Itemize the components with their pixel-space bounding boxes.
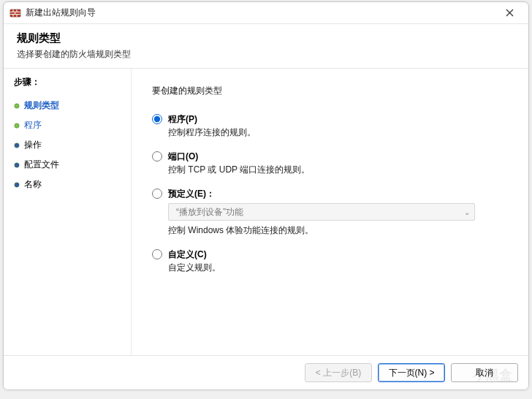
firewall-wizard-icon (10, 7, 21, 19)
page-subtitle: 选择要创建的防火墙规则类型 (17, 48, 515, 61)
rule-type-label-predefined: 预定义(E)：“播放到设备”功能⌄控制 Windows 体验功能连接的规则。 (168, 188, 475, 237)
back-button: < 上一步(B) (305, 363, 372, 382)
sidebar-step-操作: 操作 (14, 135, 131, 155)
background-window-fragment: SunloginDesktopAgent (40, 391, 144, 399)
predefined-select: “播放到设备”功能⌄ (168, 203, 475, 221)
rule-type-radio-port[interactable] (152, 151, 162, 162)
sidebar-step-label: 操作 (24, 139, 42, 151)
rule-type-label-custom: 自定义(C)自定义规则。 (168, 248, 221, 274)
titlebar: 新建出站规则向导 (4, 2, 528, 24)
section-title: 要创建的规则类型 (152, 85, 512, 97)
sidebar-step-label: 程序 (24, 119, 42, 132)
rule-type-radio-program[interactable] (152, 114, 162, 124)
svg-point-11 (15, 103, 19, 107)
rule-type-desc: 自定义规则。 (168, 262, 221, 274)
rule-type-desc: 控制程序连接的规则。 (168, 126, 256, 139)
sidebar-step-配置文件: 配置文件 (14, 155, 131, 175)
rule-type-label-port: 端口(O)控制 TCP 或 UDP 端口连接的规则。 (168, 151, 310, 176)
sidebar-step-程序[interactable]: 程序 (14, 115, 131, 135)
rule-type-option-custom: 自定义(C)自定义规则。 (152, 248, 512, 274)
page-title: 规则类型 (17, 31, 515, 45)
svg-point-13 (15, 142, 19, 147)
sidebar-step-label: 规则类型 (24, 99, 59, 112)
rule-type-radio-predefined[interactable] (152, 189, 162, 199)
wizard-content: 要创建的规则类型 程序(P)控制程序连接的规则。端口(O)控制 TCP 或 UD… (132, 69, 528, 355)
rule-type-option-predefined: 预定义(E)：“播放到设备”功能⌄控制 Windows 体验功能连接的规则。 (152, 188, 512, 237)
close-icon (506, 9, 514, 17)
rule-type-title: 程序(P) (168, 113, 256, 126)
rule-type-desc: 控制 TCP 或 UDP 端口连接的规则。 (168, 164, 310, 176)
wizard-body: 步骤： 规则类型程序操作配置文件名称 要创建的规则类型 程序(P)控制程序连接的… (4, 69, 528, 355)
window-title: 新建出站规则向导 (26, 7, 495, 19)
rule-type-radio-custom[interactable] (152, 249, 162, 259)
rule-type-option-port: 端口(O)控制 TCP 或 UDP 端口连接的规则。 (152, 151, 512, 176)
rule-type-title: 端口(O) (168, 151, 310, 163)
bullet-icon (14, 182, 20, 188)
bullet-icon (14, 142, 20, 148)
background-app-status-icon (40, 391, 50, 399)
rule-type-label-program: 程序(P)控制程序连接的规则。 (168, 113, 256, 139)
svg-point-14 (15, 162, 19, 167)
rule-type-desc: 控制 Windows 体验功能连接的规则。 (168, 224, 475, 237)
wizard-footer: < 上一步(B) 下一页(N) > 取消 (4, 355, 528, 390)
background-app-name: SunloginDesktopAgent (55, 391, 144, 399)
sidebar-step-规则类型[interactable]: 规则类型 (14, 96, 131, 115)
svg-point-15 (15, 182, 19, 186)
sidebar-step-label: 名称 (24, 178, 42, 191)
wizard-header: 规则类型 选择要创建的防火墙规则类型 (4, 24, 528, 69)
steps-sidebar: 步骤： 规则类型程序操作配置文件名称 (4, 69, 132, 355)
wizard-window: 新建出站规则向导 规则类型 选择要创建的防火墙规则类型 步骤： 规则类型程序操作… (3, 1, 529, 390)
sidebar-step-label: 配置文件 (24, 159, 59, 171)
next-button[interactable]: 下一页(N) > (378, 363, 445, 382)
chevron-down-icon: ⌄ (464, 208, 470, 216)
steps-title: 步骤： (14, 76, 131, 88)
rule-type-option-program: 程序(P)控制程序连接的规则。 (152, 113, 512, 139)
predefined-select-value: “播放到设备”功能 (176, 206, 243, 218)
bullet-icon (14, 123, 20, 129)
svg-point-12 (15, 123, 19, 127)
cancel-button[interactable]: 取消 (451, 363, 518, 382)
bullet-icon (14, 103, 20, 109)
sidebar-step-名称: 名称 (14, 175, 131, 194)
bullet-icon (14, 162, 20, 168)
rule-type-title: 自定义(C) (168, 248, 221, 261)
close-button[interactable] (495, 3, 524, 23)
rule-type-title: 预定义(E)： (168, 188, 475, 200)
